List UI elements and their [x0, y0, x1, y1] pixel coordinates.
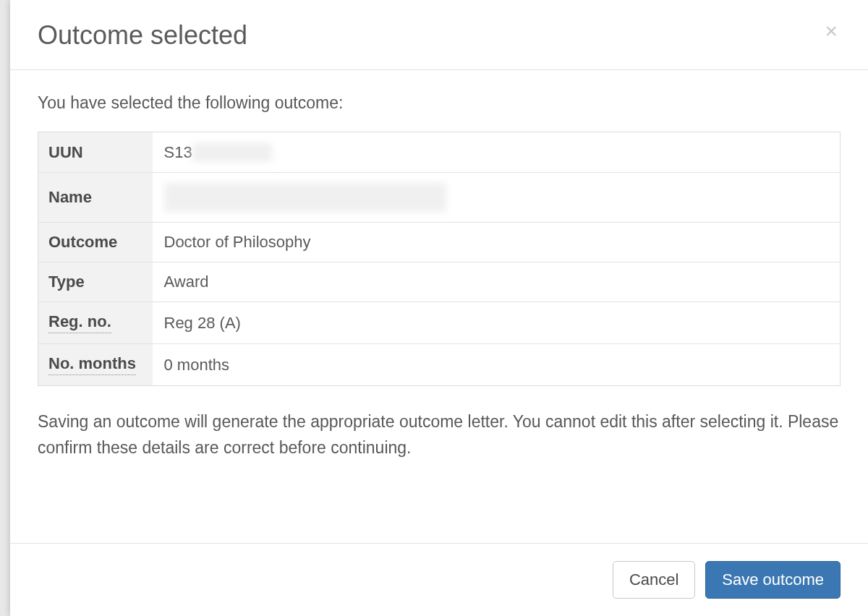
modal-title: Outcome selected — [38, 20, 247, 51]
uun-prefix: S13 — [164, 143, 192, 162]
type-value: Award — [153, 262, 841, 302]
redacted-uun — [192, 143, 272, 162]
modal-footer: Cancel Save outcome — [10, 543, 868, 616]
reg-value: Reg 28 (A) — [153, 302, 841, 344]
reg-label: Reg. no. — [38, 302, 153, 344]
intro-text: You have selected the following outcome: — [38, 93, 841, 113]
outcome-selected-modal: Outcome selected × You have selected the… — [10, 0, 868, 616]
table-row-uun: UUN S13 — [38, 132, 841, 173]
modal-header: Outcome selected × — [10, 0, 868, 70]
table-row-months: No. months 0 months — [38, 344, 841, 386]
modal-body: You have selected the following outcome:… — [10, 70, 868, 484]
uun-label: UUN — [38, 132, 153, 173]
table-row-name: Name — [38, 173, 841, 223]
outcome-value: Doctor of Philosophy — [153, 223, 841, 262]
months-label: No. months — [38, 344, 153, 386]
save-outcome-button[interactable]: Save outcome — [705, 561, 841, 599]
redacted-name — [164, 183, 446, 212]
outcome-label: Outcome — [38, 223, 153, 262]
cancel-button[interactable]: Cancel — [613, 561, 695, 599]
close-button[interactable]: × — [822, 20, 841, 42]
table-row-outcome: Outcome Doctor of Philosophy — [38, 223, 841, 262]
uun-value: S13 — [153, 132, 841, 173]
table-row-reg: Reg. no. Reg 28 (A) — [38, 302, 841, 344]
name-label: Name — [38, 173, 153, 223]
name-value — [153, 173, 841, 223]
type-label: Type — [38, 262, 153, 302]
close-icon: × — [825, 19, 838, 43]
months-value: 0 months — [153, 344, 841, 386]
info-text: Saving an outcome will generate the appr… — [38, 409, 841, 461]
outcome-details-table: UUN S13 Name Outcome Doctor of Philosoph… — [38, 132, 841, 386]
table-row-type: Type Award — [38, 262, 841, 302]
